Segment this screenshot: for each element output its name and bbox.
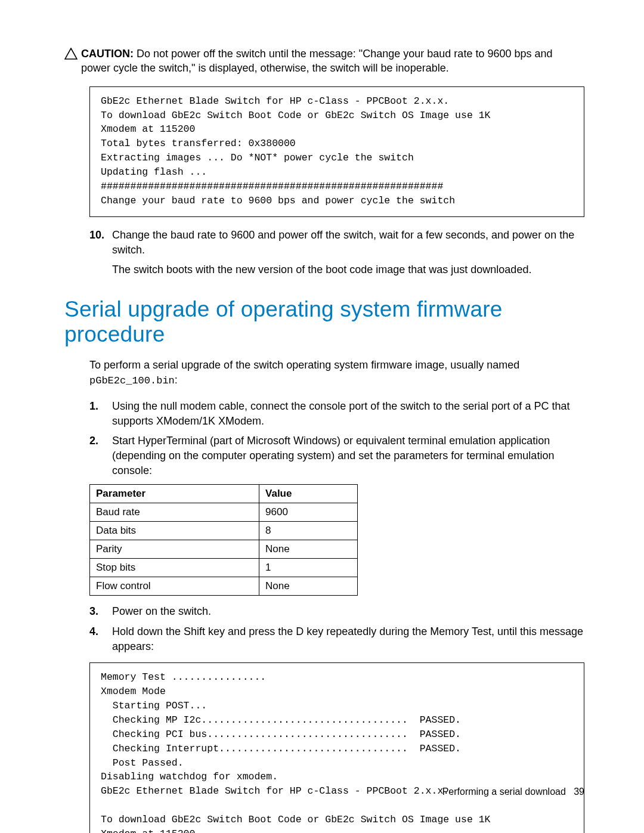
step-3: 3. Power on the switch.	[89, 604, 584, 619]
code-block-2: Memory Test ................ Xmodem Mode…	[89, 662, 584, 833]
page-footer: Performing a serial download 39	[442, 786, 584, 797]
step-10: 10. Change the baud rate to 9600 and pow…	[89, 228, 584, 258]
step-text: Hold down the Shift key and press the D …	[112, 624, 584, 654]
intro-text: To perform a serial upgrade of the switc…	[89, 359, 519, 371]
value-cell: 8	[259, 522, 358, 540]
step-text: Change the baud rate to 9600 and power o…	[112, 228, 584, 258]
caution-callout: CAUTION: Do not power off the switch unt…	[64, 47, 584, 76]
svg-marker-0	[65, 48, 77, 59]
code-block-1: GbE2c Ethernet Blade Switch for HP c-Cla…	[89, 86, 584, 217]
intro-colon: :	[175, 374, 178, 386]
step-10-followup: The switch boots with the new version of…	[112, 262, 584, 277]
step-list-main: 1. Using the null modem cable, connect t…	[89, 399, 584, 479]
value-cell: 9600	[259, 503, 358, 522]
value-cell: 1	[259, 559, 358, 577]
param-cell: Flow control	[90, 577, 259, 596]
table-header-row: Parameter Value	[90, 485, 358, 503]
section-heading: Serial upgrade of operating system firmw…	[64, 297, 584, 347]
step-number: 3.	[89, 604, 112, 619]
param-cell: Stop bits	[90, 559, 259, 577]
table-header-value: Value	[259, 485, 358, 503]
step-4: 4. Hold down the Shift key and press the…	[89, 624, 584, 654]
value-cell: None	[259, 577, 358, 596]
caution-label: CAUTION:	[81, 48, 134, 60]
step-text: Using the null modem cable, connect the …	[112, 399, 584, 429]
param-cell: Data bits	[90, 522, 259, 540]
step-text: Power on the switch.	[112, 604, 584, 619]
step-number: 10.	[89, 228, 112, 258]
intro-paragraph: To perform a serial upgrade of the switc…	[89, 358, 584, 388]
caution-icon	[64, 48, 78, 60]
table-header-parameter: Parameter	[90, 485, 259, 503]
parameter-table: Parameter Value Baud rate 9600 Data bits…	[89, 484, 358, 596]
step-list-10: 10. Change the baud rate to 9600 and pow…	[89, 228, 584, 258]
param-cell: Parity	[90, 540, 259, 559]
step-number: 4.	[89, 624, 112, 654]
step-number: 2.	[89, 433, 112, 479]
step-list-main-cont: 3. Power on the switch. 4. Hold down the…	[89, 604, 584, 654]
footer-page-number: 39	[574, 786, 584, 797]
table-row: Data bits 8	[90, 522, 358, 540]
table-row: Parity None	[90, 540, 358, 559]
intro-filename: pGbE2c_100.bin	[89, 375, 175, 386]
param-cell: Baud rate	[90, 503, 259, 522]
step-1: 1. Using the null modem cable, connect t…	[89, 399, 584, 429]
page: CAUTION: Do not power off the switch unt…	[0, 0, 644, 833]
value-cell: None	[259, 540, 358, 559]
step-2: 2. Start HyperTerminal (part of Microsof…	[89, 433, 584, 479]
caution-text: CAUTION: Do not power off the switch unt…	[81, 47, 584, 76]
step-text: Start HyperTerminal (part of Microsoft W…	[112, 433, 584, 479]
caution-body: Do not power off the switch until the me…	[81, 48, 553, 74]
table-row: Flow control None	[90, 577, 358, 596]
footer-section: Performing a serial download	[442, 786, 566, 797]
table-row: Stop bits 1	[90, 559, 358, 577]
table-row: Baud rate 9600	[90, 503, 358, 522]
step-number: 1.	[89, 399, 112, 429]
